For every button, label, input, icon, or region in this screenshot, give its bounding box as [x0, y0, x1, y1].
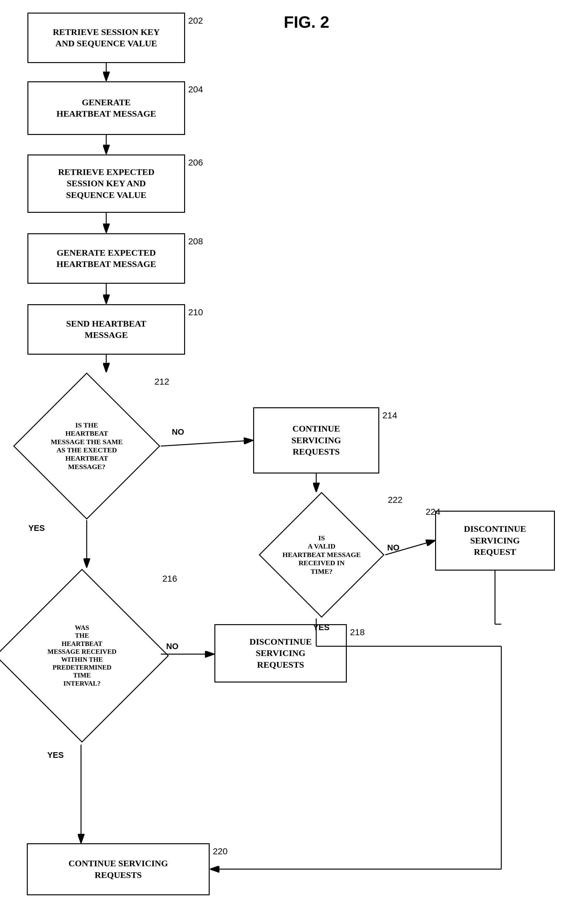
- node-210: SEND HEARTBEAT MESSAGE: [27, 304, 185, 355]
- label-yes-216: YES: [47, 750, 64, 760]
- label-yes-212: YES: [28, 523, 45, 533]
- node-222: ISA VALIDHEARTBEAT MESSAGERECEIVED INTIM…: [258, 492, 384, 618]
- ref-208: 208: [188, 236, 203, 247]
- ref-202: 202: [188, 16, 203, 26]
- node-206: RETRIEVE EXPECTED SESSION KEY AND SEQUEN…: [27, 155, 185, 213]
- node-202: RETRIEVE SESSION KEY AND SEQUENCE VALUE: [27, 13, 185, 63]
- ref-210: 210: [188, 307, 203, 318]
- node-216: WASTHEHEARTBEATMESSAGE RECEIVEDWITHIN TH…: [3, 567, 161, 744]
- node-218: DISCONTINUE SERVICING REQUESTS: [215, 624, 347, 683]
- ref-204: 204: [188, 84, 203, 95]
- ref-222: 222: [388, 495, 402, 505]
- ref-218: 218: [350, 627, 365, 638]
- label-no-212: NO: [172, 427, 184, 437]
- label-yes-222: YES: [313, 623, 330, 633]
- label-no-216: NO: [166, 641, 178, 651]
- ref-216: 216: [162, 574, 177, 584]
- label-no-222: NO: [387, 543, 399, 553]
- figure-title: FIG. 2: [284, 13, 329, 32]
- node-214: CONTINUE SERVICING REQUESTS: [253, 407, 379, 473]
- ref-214: 214: [383, 410, 397, 421]
- node-208: GENERATE EXPECTED HEARTBEAT MESSAGE: [27, 233, 185, 284]
- node-204: GENERATE HEARTBEAT MESSAGE: [27, 81, 185, 135]
- ref-224: 224: [426, 507, 441, 517]
- ref-220: 220: [213, 846, 228, 857]
- ref-212: 212: [155, 377, 169, 387]
- node-212: IS THEHEARTBEATMESSAGE THE SAMEAS THE EX…: [13, 372, 161, 520]
- diagram-container: FIG. 2 RETRIEVE SESSION KEY AND SEQUENCE…: [0, 0, 588, 912]
- ref-206: 206: [188, 158, 203, 168]
- node-224: DISCONTINUE SERVICING REQUEST: [435, 511, 555, 571]
- svg-line-7: [161, 441, 252, 446]
- node-220: CONTINUE SERVICING REQUESTS: [27, 843, 210, 895]
